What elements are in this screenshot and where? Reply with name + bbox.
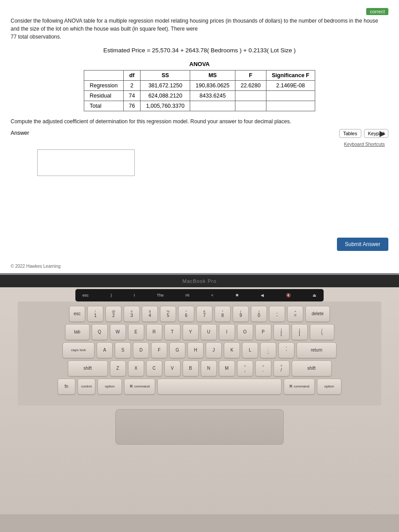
col-header-f: F: [235, 70, 266, 81]
key-r[interactable]: R: [146, 324, 162, 340]
touch-bar-the[interactable]: The: [157, 293, 164, 297]
key-c[interactable]: C: [146, 360, 162, 376]
touch-bar-back[interactable]: ◀: [261, 293, 264, 297]
touch-bar-paren[interactable]: ): [110, 293, 112, 297]
key-v[interactable]: V: [164, 360, 180, 376]
key-w[interactable]: W: [110, 324, 126, 340]
key-x[interactable]: X: [128, 360, 144, 376]
cell-regression-ss: 381,672.1250: [141, 81, 190, 91]
key-k[interactable]: K: [224, 342, 240, 358]
keyboard-shortcuts-link[interactable]: Keyboard Shortcuts: [344, 141, 385, 147]
key-p[interactable]: P: [255, 324, 271, 340]
key-9[interactable]: (9: [233, 306, 249, 322]
col-header-source: [84, 70, 123, 81]
key-a[interactable]: A: [97, 342, 113, 358]
keyboard-row-2: tab Q W E R T Y U I O P {[ }] |\: [27, 324, 372, 340]
key-equals[interactable]: +=: [287, 306, 303, 322]
cell-residual-ss: 624,088.2120: [141, 91, 190, 101]
cell-residual-f: [235, 91, 266, 101]
key-h[interactable]: H: [188, 342, 203, 358]
touch-bar-esc[interactable]: esc: [82, 293, 89, 297]
key-option-left[interactable]: option: [98, 379, 122, 395]
key-7[interactable]: &7: [196, 306, 212, 322]
key-fn[interactable]: fn: [58, 379, 75, 395]
touch-bar-angle[interactable]: <: [211, 293, 213, 297]
key-2[interactable]: @2: [106, 306, 121, 322]
key-return[interactable]: return: [297, 342, 336, 358]
cell-regression-df: 2: [123, 81, 141, 91]
key-command-right[interactable]: ⌘ command: [284, 379, 315, 395]
key-caps[interactable]: caps lock: [63, 342, 94, 358]
cell-residual-sigf: [266, 91, 315, 101]
submit-answer-button[interactable]: Submit Answer: [337, 238, 388, 251]
tables-button[interactable]: Tables: [339, 129, 361, 138]
answer-input-field[interactable]: [37, 149, 135, 176]
key-tab[interactable]: tab: [65, 324, 90, 340]
key-d[interactable]: D: [133, 342, 149, 358]
col-header-ss: SS: [141, 70, 190, 81]
key-backslash[interactable]: |\: [310, 324, 334, 340]
key-f[interactable]: F: [151, 342, 167, 358]
col-header-sigf: Significance F: [266, 70, 315, 81]
key-esc[interactable]: esc: [69, 306, 85, 322]
key-bracket-right[interactable]: }]: [292, 324, 308, 340]
key-5[interactable]: %5: [160, 306, 176, 322]
cell-total-ss: 1,005,760.3370: [141, 101, 190, 111]
key-s[interactable]: S: [115, 342, 131, 358]
key-shift-right[interactable]: shift: [292, 360, 332, 376]
answer-row: Answer Tables Keypad: [11, 129, 388, 138]
key-3[interactable]: #3: [124, 306, 140, 322]
key-8[interactable]: *8: [215, 306, 231, 322]
touch-bar-eject[interactable]: ⏏: [313, 293, 317, 297]
key-l[interactable]: L: [242, 342, 258, 358]
touch-bar-star[interactable]: ✱: [235, 293, 239, 297]
key-6[interactable]: ^6: [178, 306, 194, 322]
cell-regression-f: 22.6280: [235, 81, 266, 91]
trackpad[interactable]: [115, 409, 284, 445]
cell-residual-ms: 8433.6245: [190, 91, 235, 101]
key-e[interactable]: E: [128, 324, 144, 340]
macbook-label: MacBook Pro: [182, 278, 216, 284]
key-b[interactable]: B: [183, 360, 199, 376]
table-row: Regression 2 381,672.1250 190,836.0625 2…: [84, 81, 315, 91]
key-4[interactable]: $4: [142, 306, 158, 322]
keyboard-row-3: caps lock A S D F G H J K L :; "' return: [27, 342, 372, 358]
key-0[interactable]: )0: [251, 306, 267, 322]
key-slash[interactable]: ?/: [274, 360, 289, 376]
col-header-df: df: [123, 70, 141, 81]
key-period[interactable]: >.: [255, 360, 271, 376]
key-y[interactable]: Y: [183, 324, 199, 340]
correct-badge: correct: [366, 8, 388, 15]
key-delete[interactable]: delete: [305, 306, 330, 322]
answer-label: Answer: [11, 130, 29, 136]
anova-title: ANOVA: [189, 61, 210, 67]
key-minus[interactable]: _-: [269, 306, 285, 322]
key-z[interactable]: Z: [110, 360, 126, 376]
key-o[interactable]: O: [237, 324, 253, 340]
key-bracket-left[interactable]: {[: [274, 324, 289, 340]
key-space[interactable]: [157, 379, 282, 395]
key-1[interactable]: !1: [87, 306, 103, 322]
key-m[interactable]: M: [219, 360, 235, 376]
key-shift-left[interactable]: shift: [68, 360, 108, 376]
key-semicolon[interactable]: :;: [260, 342, 276, 358]
anova-table: df SS MS F Significance F Regression 2 3…: [84, 70, 315, 111]
key-q[interactable]: Q: [92, 324, 108, 340]
touch-bar: esc ) I The Hi < ✱ ◀ 🔇 ⏏: [75, 289, 324, 301]
key-n[interactable]: N: [201, 360, 217, 376]
key-command-left[interactable]: ⌘ command: [124, 379, 155, 395]
key-control[interactable]: control: [78, 379, 95, 395]
key-t[interactable]: T: [164, 324, 180, 340]
key-quote[interactable]: "': [278, 342, 294, 358]
cell-regression-sigf: 2.1469E-08: [266, 81, 315, 91]
touch-bar-mute[interactable]: 🔇: [286, 293, 291, 297]
key-u[interactable]: U: [201, 324, 217, 340]
key-i[interactable]: I: [219, 324, 235, 340]
touch-bar-i[interactable]: I: [134, 293, 135, 297]
touch-bar-hi[interactable]: Hi: [185, 293, 189, 297]
cell-residual-label: Residual: [84, 91, 123, 101]
key-g[interactable]: G: [169, 342, 185, 358]
key-comma[interactable]: <,: [237, 360, 253, 376]
key-option-right[interactable]: option: [317, 379, 341, 395]
key-j[interactable]: J: [206, 342, 222, 358]
